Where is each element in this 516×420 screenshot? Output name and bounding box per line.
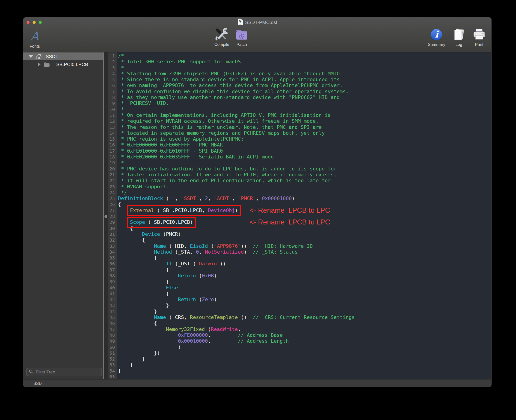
zoom-button[interactable]	[39, 21, 42, 24]
code-line-text[interactable]: 0xFE000000, // Address Base	[117, 332, 491, 338]
summary-button[interactable]: i Summary	[428, 27, 445, 47]
filter-field[interactable]	[26, 368, 102, 376]
disclosure-closed-icon[interactable]	[38, 62, 40, 67]
code-line-text[interactable]: {	[117, 291, 491, 297]
code-line[interactable]: 41 {	[104, 291, 491, 297]
code-line[interactable]: 53 }	[104, 362, 491, 368]
code-line-text[interactable]: {	[117, 320, 491, 326]
code-line[interactable]: 12 * required for NVRAM access. Otherwis…	[104, 118, 491, 124]
code-line-text[interactable]: * it will start in the end of PCI config…	[117, 178, 491, 184]
code-line-text[interactable]: {	[117, 255, 491, 261]
code-line[interactable]: 13 * The reason for this is rather uncle…	[104, 124, 491, 130]
code-line-text[interactable]: )	[117, 344, 491, 350]
code-line[interactable]: 17 * 0xFE010000~0xFE010FFF - SPI BAR0	[104, 148, 491, 154]
code-line[interactable]: 19 *	[104, 160, 491, 166]
code-line[interactable]: 52 }	[104, 356, 491, 362]
code-line[interactable]: 5 * Since there is no standard device fo…	[104, 77, 491, 82]
code-line[interactable]: 50 )	[104, 344, 491, 350]
code-line[interactable]: 7 * To avoid confusion we disable this d…	[104, 89, 491, 95]
code-line[interactable]: 43 }	[104, 302, 491, 308]
code-line[interactable]: 54}	[104, 368, 491, 374]
code-line[interactable]: 48 0xFE000000, // Address Base	[104, 332, 491, 338]
code-line[interactable]: 6 * own naming "APP9876" to access this …	[104, 82, 491, 88]
code-line[interactable]: 22 * it will start in the end of PCI con…	[104, 178, 491, 184]
code-line[interactable]: 36 If (_OSI ("Darwin"))	[104, 261, 491, 267]
code-line-text[interactable]: }	[117, 356, 491, 362]
code-line[interactable]: 2 * Intel 300-series PMC support for mac…	[104, 59, 491, 65]
code-line-text[interactable]: Method (_STA, 0, NotSerialized) // _STA:…	[117, 249, 491, 255]
code-line[interactable]: 21 * faster initialisation. If we add it…	[104, 172, 491, 178]
code-line-text[interactable]: Name (_CRS, ResourceTemplate () // _CRS:…	[117, 315, 491, 320]
code-line-text[interactable]: *	[117, 106, 491, 112]
code-line[interactable]: 39 }	[104, 279, 491, 285]
code-line[interactable]: 11 * On certain implementations, includi…	[104, 112, 491, 118]
code-line[interactable]: 32 {	[104, 237, 491, 243]
code-line[interactable]: 37 {	[104, 267, 491, 273]
code-line[interactable]: 33 Name (_HID, EisaId ("APP9876")) // _H…	[104, 243, 491, 249]
code-line-text[interactable]: Return (Zero)	[117, 297, 491, 302]
code-line-text[interactable]: External (_SB_.PCI0.LPCB, DeviceObj)<- R…	[117, 208, 491, 213]
code-line[interactable]: 24 */	[104, 190, 491, 195]
code-editor[interactable]: 1/*2 * Intel 300-series PMC support for …	[104, 52, 491, 380]
code-line-text[interactable]: Device (PMCR)	[117, 231, 491, 237]
log-button[interactable]: Log	[452, 27, 465, 47]
code-line-text[interactable]: * faster initialisation. If we add it to…	[117, 172, 491, 178]
code-line[interactable]: 42 Return (Zero)	[104, 297, 491, 302]
code-line[interactable]: 51 })	[104, 350, 491, 356]
fonts-button[interactable]: A Fonts	[30, 29, 40, 49]
code-line[interactable]: 3 *	[104, 65, 491, 71]
code-line-text[interactable]: * Since there is no standard device for …	[117, 77, 491, 82]
code-line-text[interactable]: }	[117, 302, 491, 308]
code-line[interactable]: 40 Else	[104, 285, 491, 291]
code-line-text[interactable]: If (_OSI ("Darwin"))	[117, 261, 491, 267]
code-line-text[interactable]: * NVRAM support.	[117, 184, 491, 190]
code-line-text[interactable]: }	[117, 362, 491, 368]
close-button[interactable]	[26, 21, 30, 24]
code-line-text[interactable]: * 0xFE020000~0xFE035FFF - SerialIo BAR i…	[117, 154, 491, 160]
code-line-text[interactable]: * The reason for this is rather unclear.…	[117, 124, 491, 130]
code-line[interactable]: 15 * PMC region is used by AppleIntelPCH…	[104, 136, 491, 142]
sidebar-item-sb-pci0-lpcb[interactable]: _SB.PCI0.LPCB	[23, 60, 103, 68]
code-line-text[interactable]: * PMC device has nothing to do to LPC bu…	[117, 166, 491, 172]
code-line-text[interactable]: * On certain implementations, including …	[117, 112, 491, 118]
code-line-text[interactable]: {	[117, 237, 491, 243]
titlebar[interactable]: DSL SSDT-PMC.dsl	[23, 17, 491, 27]
code-line[interactable]: 27 External (_SB_.PCI0.LPCB, DeviceObj)<…	[104, 208, 491, 213]
code-line-text[interactable]: * located in separate memory regions and…	[117, 130, 491, 136]
code-line-text[interactable]: {	[117, 267, 491, 273]
code-line-text[interactable]: 0x00010000, // Address Length	[117, 338, 491, 344]
code-line-text[interactable]: * Intel 300-series PMC support for macOS	[117, 59, 491, 65]
print-button[interactable]: Print	[472, 27, 486, 47]
code-line-text[interactable]: *	[117, 160, 491, 166]
code-line-text[interactable]: *	[117, 65, 491, 71]
disclosure-open-icon[interactable]	[29, 55, 33, 58]
code-line[interactable]: 25DefinitionBlock ("", "SSDT", 2, "ACDT"…	[104, 195, 491, 201]
code-line-text[interactable]: */	[117, 190, 491, 195]
code-line[interactable]: 4 * Starting from Z390 chipsets PMC (D31…	[104, 71, 491, 77]
code-line[interactable]: 49 0x00010000, // Address Length	[104, 338, 491, 344]
filter-input[interactable]	[35, 369, 99, 375]
code-line-text[interactable]: /*	[117, 53, 491, 59]
code-line-text[interactable]: DefinitionBlock ("", "SSDT", 2, "ACDT", …	[117, 195, 491, 201]
code-line-text[interactable]: * 0xFE010000~0xFE010FFF - SPI BAR0	[117, 148, 491, 154]
code-line[interactable]: 31 Device (PMCR)	[104, 231, 491, 237]
code-line[interactable]: 34 Method (_STA, 0, NotSerialized) // _S…	[104, 249, 491, 255]
code-line[interactable]: 14 * located in separate memory regions …	[104, 130, 491, 136]
code-line[interactable]: 35 {	[104, 255, 491, 261]
code-line-text[interactable]: Name (_HID, EisaId ("APP9876")) // _HID:…	[117, 243, 491, 249]
code-line-text[interactable]: * 0xFE000000~0xFE00FFFF - PMC MBAR	[117, 142, 491, 148]
code-line-text[interactable]: * own naming "APP9876" to access this de…	[117, 82, 491, 88]
code-line[interactable]: 18 * 0xFE020000~0xFE035FFF - SerialIo BA…	[104, 154, 491, 160]
code-line-text[interactable]: * Starting from Z390 chipsets PMC (D31:F…	[117, 71, 491, 77]
code-line-text[interactable]: Return (0x0B)	[117, 273, 491, 279]
code-line-text[interactable]	[117, 374, 491, 380]
code-line[interactable]: 1/*	[104, 53, 491, 59]
minimize-button[interactable]	[33, 21, 36, 24]
code-line[interactable]: 55	[104, 374, 491, 380]
code-line[interactable]: 44 }	[104, 308, 491, 315]
code-line-text[interactable]: * PMC region is used by AppleIntelPCHPMC…	[117, 136, 491, 142]
code-line[interactable]: 8 * as they normally use another non-sta…	[104, 95, 491, 100]
code-line-text[interactable]: Scope (_SB.PCI0.LPCB)<- Rename LPCB to L…	[117, 219, 491, 225]
code-line-text[interactable]: * as they normally use another non-stand…	[117, 95, 491, 100]
code-line[interactable]: 29 Scope (_SB.PCI0.LPCB)<- Rename LPCB t…	[104, 219, 491, 225]
